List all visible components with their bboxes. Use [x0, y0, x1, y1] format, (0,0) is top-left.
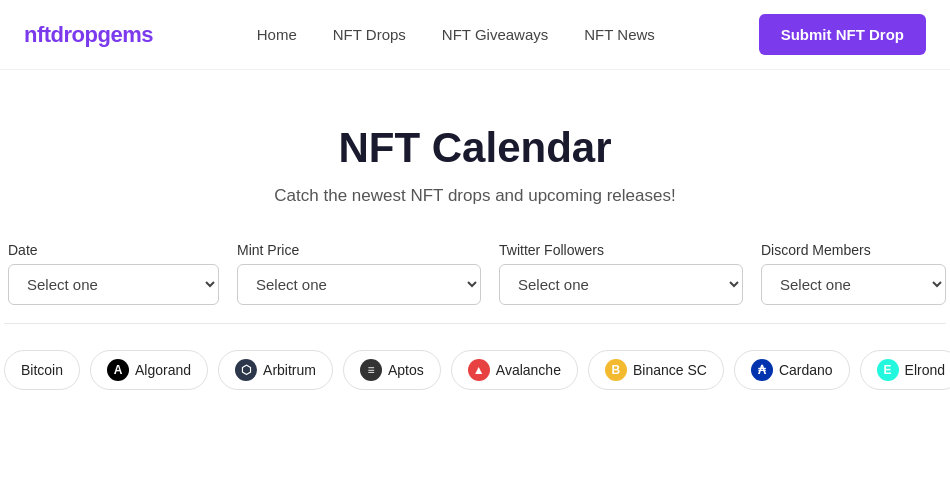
chain-label: Elrond [905, 362, 945, 378]
hero-subtitle: Catch the newest NFT drops and upcoming … [24, 186, 926, 206]
nav-item-nft-giveaways[interactable]: NFT Giveaways [442, 26, 548, 43]
header: nftdropgems HomeNFT DropsNFT GiveawaysNF… [0, 0, 950, 70]
chain-pill-bitcoin[interactable]: Bitcoin [4, 350, 80, 390]
chain-pill-elrond[interactable]: EElrond [860, 350, 950, 390]
chain-label: Aptos [388, 362, 424, 378]
filter-discord-label: Discord Members [761, 242, 946, 258]
nav-item-nft-drops[interactable]: NFT Drops [333, 26, 406, 43]
page-title: NFT Calendar [24, 124, 926, 172]
algorand-icon: A [107, 359, 129, 381]
elrond-icon: E [877, 359, 899, 381]
filter-twitter: Twitter Followers Select one [481, 242, 743, 305]
chain-pills-container: BitcoinAAlgorand⬡Arbitrum≡Aptos▲Avalanch… [0, 344, 950, 396]
main-nav: HomeNFT DropsNFT GiveawaysNFT News [257, 26, 655, 43]
chain-label: Bitcoin [21, 362, 63, 378]
chain-pill-aptos[interactable]: ≡Aptos [343, 350, 441, 390]
cardano-icon: ₳ [751, 359, 773, 381]
logo-prefix: nftdrop [24, 22, 97, 47]
chain-label: Arbitrum [263, 362, 316, 378]
chain-label: Avalanche [496, 362, 561, 378]
avalanche-icon: ▲ [468, 359, 490, 381]
filter-discord: Discord Members Select one [743, 242, 946, 305]
filter-mint-price-label: Mint Price [237, 242, 481, 258]
filters-container: Date Select one Mint Price Select one Tw… [0, 242, 950, 324]
submit-nft-drop-button[interactable]: Submit NFT Drop [759, 14, 926, 55]
logo[interactable]: nftdropgems [24, 22, 153, 48]
filter-date-label: Date [8, 242, 219, 258]
filter-twitter-select[interactable]: Select one [499, 264, 743, 305]
chain-pill-arbitrum[interactable]: ⬡Arbitrum [218, 350, 333, 390]
chain-label: Algorand [135, 362, 191, 378]
chain-label: Cardano [779, 362, 833, 378]
nav-item-nft-news[interactable]: NFT News [584, 26, 655, 43]
chain-pill-avalanche[interactable]: ▲Avalanche [451, 350, 578, 390]
aptos-icon: ≡ [360, 359, 382, 381]
arbitrum-icon: ⬡ [235, 359, 257, 381]
chain-pill-cardano[interactable]: ₳Cardano [734, 350, 850, 390]
chain-pill-binance-sc[interactable]: BBinance SC [588, 350, 724, 390]
logo-suffix: gems [97, 22, 152, 47]
filter-mint-price-select[interactable]: Select one [237, 264, 481, 305]
filter-row: Date Select one Mint Price Select one Tw… [4, 242, 946, 324]
filter-twitter-label: Twitter Followers [499, 242, 743, 258]
filter-date: Date Select one [4, 242, 219, 305]
filter-date-select[interactable]: Select one [8, 264, 219, 305]
binance-sc-icon: B [605, 359, 627, 381]
filter-discord-select[interactable]: Select one [761, 264, 946, 305]
hero-section: NFT Calendar Catch the newest NFT drops … [0, 70, 950, 242]
chain-label: Binance SC [633, 362, 707, 378]
nav-item-home[interactable]: Home [257, 26, 297, 43]
chain-pill-algorand[interactable]: AAlgorand [90, 350, 208, 390]
filter-mint-price: Mint Price Select one [219, 242, 481, 305]
